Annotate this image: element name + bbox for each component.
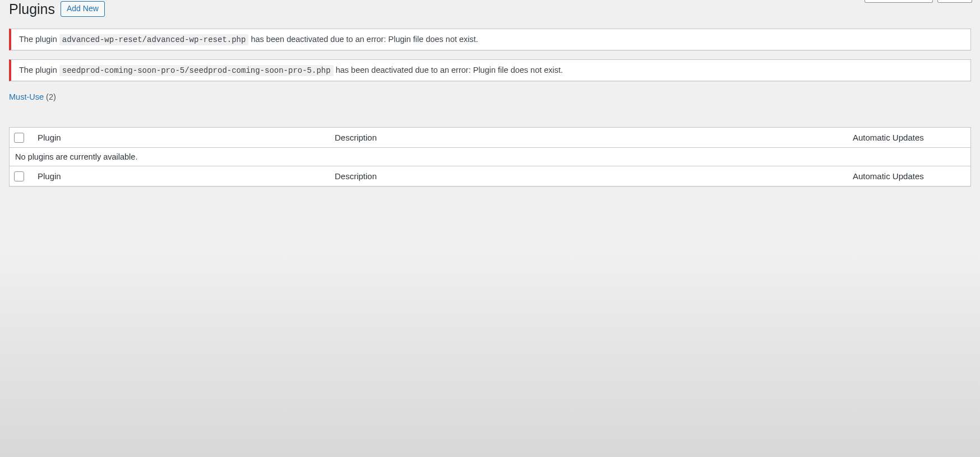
- notice-text-after: has been deactivated due to an error: Pl…: [336, 66, 563, 74]
- no-items-message: No plugins are currently available.: [10, 147, 971, 166]
- col-header-auto-updates[interactable]: Automatic Updates: [847, 127, 971, 147]
- col-footer-description[interactable]: Description: [329, 166, 847, 186]
- filter-must-use-link[interactable]: Must-Use: [9, 92, 44, 101]
- col-header-plugin[interactable]: Plugin: [32, 127, 329, 147]
- col-footer-plugin[interactable]: Plugin: [32, 166, 329, 186]
- notice-text-after: has been deactivated due to an error: Pl…: [251, 35, 478, 44]
- table-footer-row: Plugin Description Automatic Updates: [10, 166, 971, 186]
- notice-text-before: The plugin: [19, 66, 59, 74]
- plugins-table: Plugin Description Automatic Updates No …: [9, 127, 971, 186]
- select-all-checkbox[interactable]: [14, 171, 24, 181]
- select-all-footer: [10, 166, 33, 186]
- top-right-cutoff: [865, 0, 972, 3]
- notice-code: seedprod-coming-soon-pro-5/seedprod-comi…: [59, 65, 334, 76]
- notice-code: advanced-wp-reset/advanced-wp-reset.php: [59, 34, 249, 45]
- page-wrap: Plugins Add New The plugin advanced-wp-r…: [0, 0, 980, 195]
- filter-must-use-count: (2): [46, 92, 56, 101]
- page-title: Plugins: [9, 0, 55, 18]
- plugin-filter-links: Must-Use (2): [9, 92, 971, 101]
- select-all-checkbox[interactable]: [14, 133, 24, 143]
- error-notice: The plugin seedprod-coming-soon-pro-5/se…: [9, 59, 971, 81]
- select-all-header: [10, 127, 33, 147]
- error-notice: The plugin advanced-wp-reset/advanced-wp…: [9, 29, 971, 50]
- col-footer-auto-updates[interactable]: Automatic Updates: [847, 166, 971, 186]
- col-header-description[interactable]: Description: [329, 127, 847, 147]
- cutoff-input: [865, 0, 933, 3]
- notice-text-before: The plugin: [19, 35, 59, 44]
- cutoff-button: [937, 0, 972, 3]
- table-header-row: Plugin Description Automatic Updates: [10, 127, 971, 147]
- page-header: Plugins Add New: [9, 0, 971, 18]
- add-new-button[interactable]: Add New: [61, 1, 105, 17]
- table-row: No plugins are currently available.: [10, 147, 971, 166]
